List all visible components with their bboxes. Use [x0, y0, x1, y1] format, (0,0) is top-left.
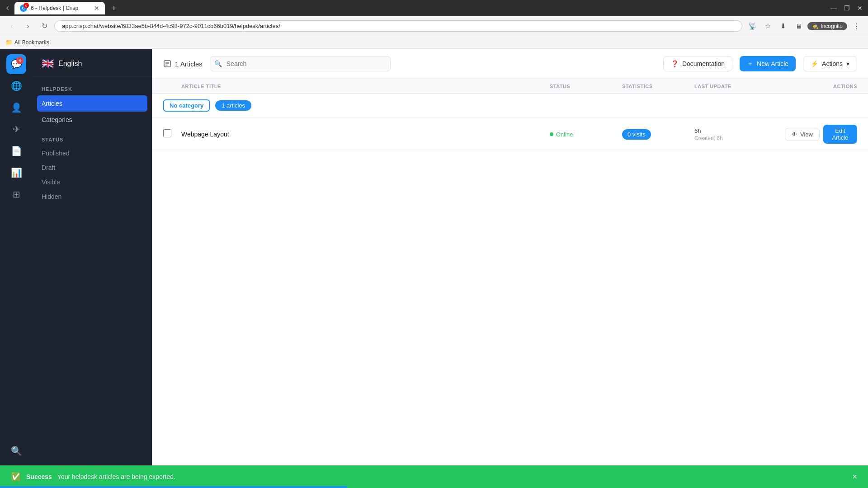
sidebar-section-status: STATUS — [33, 128, 152, 146]
last-update-time: 6h — [694, 127, 785, 134]
minimize-button[interactable]: — — [830, 5, 837, 12]
send-icon: ✈ — [13, 124, 20, 135]
rail-icon-file[interactable]: 📄 — [6, 141, 26, 161]
status-text: Online — [556, 131, 573, 138]
menu-icon[interactable]: ⋮ — [850, 20, 863, 33]
device-icon[interactable]: 🖥 — [792, 20, 805, 33]
rail-icon-chart[interactable]: 📊 — [6, 163, 26, 183]
lang-flag: 🇬🇧 — [42, 58, 54, 70]
download-icon[interactable]: ⬇ — [777, 20, 789, 33]
edit-label: Edit Article — [832, 127, 848, 141]
article-status: Online — [550, 131, 622, 138]
search-input[interactable] — [210, 56, 391, 71]
actions-icon: ⚡ — [811, 60, 818, 67]
articles-count-badge: 1 articles — [215, 100, 251, 111]
main-content: 1 Articles 🔍 ❓ Documentation ＋ New Artic… — [152, 49, 868, 488]
table-header: ARTICLE TITLE STATUS STATISTICS LAST UPD… — [152, 79, 868, 94]
sidebar-item-published[interactable]: Published — [33, 146, 152, 160]
tab-badge: 6 — [25, 4, 27, 8]
visits-badge: 0 visits — [622, 129, 651, 140]
chart-icon: 📊 — [11, 167, 22, 178]
toast-title: Success — [26, 473, 52, 480]
col-statistics: STATISTICS — [622, 84, 694, 89]
last-update-created: Created: 6h — [694, 135, 785, 141]
browser-titlebar: C 6 6 - Helpdesk | Crisp ✕ + — ❐ ✕ — [0, 0, 868, 16]
chat-badge: 6 — [16, 57, 24, 64]
category-row: No category 1 articles — [152, 94, 868, 117]
tab-title: 6 - Helpdesk | Crisp — [31, 5, 90, 11]
toast-message: Your helpdesk articles are being exporte… — [57, 473, 175, 480]
sidebar-item-draft[interactable]: Draft — [33, 160, 152, 175]
reload-button[interactable]: ↻ — [38, 20, 51, 33]
toolbar: 1 Articles 🔍 ❓ Documentation ＋ New Artic… — [152, 49, 868, 79]
eye-icon: 👁 — [792, 131, 797, 138]
article-count-text: 1 Articles — [175, 60, 203, 68]
no-category-badge[interactable]: No category — [163, 99, 210, 112]
toast-notification: ✅ Success Your helpdesk articles are bei… — [0, 465, 868, 488]
rail-icon-globe[interactable]: 🌐 — [6, 76, 26, 96]
actions-button[interactable]: ⚡ Actions ▾ — [803, 56, 857, 71]
lang-label: English — [58, 60, 82, 68]
language-selector[interactable]: 🇬🇧 English — [33, 49, 152, 77]
search-icon: 🔍 — [11, 446, 22, 456]
bookmark-icon[interactable]: ☆ — [761, 20, 774, 33]
incognito-indicator: 🕵 Incognito — [807, 22, 847, 30]
browser-tab[interactable]: C 6 6 - Helpdesk | Crisp ✕ — [14, 2, 105, 14]
col-article-title: ARTICLE TITLE — [181, 84, 550, 89]
rail-icon-grid[interactable]: ⊞ — [6, 184, 26, 204]
browser-navbar: ‹ › ↻ app.crisp.chat/website/6833ae5b-84… — [0, 16, 868, 36]
col-last-update: LAST UPDATE — [694, 84, 785, 89]
rail-icon-send[interactable]: ✈ — [6, 119, 26, 139]
sidebar-item-articles[interactable]: Articles — [37, 95, 147, 112]
forward-button[interactable]: › — [22, 20, 34, 33]
view-label: View — [800, 131, 813, 138]
sidebar-section-helpdesk: HELPDESK — [33, 77, 152, 95]
tab-favicon: C 6 — [20, 5, 27, 12]
back-button[interactable]: ‹ — [5, 20, 18, 33]
bookmarks-folder-icon: 📁 — [5, 39, 13, 46]
sidebar: 🇬🇧 English HELPDESK Articles Categories … — [33, 49, 152, 488]
url-text: app.crisp.chat/website/6833ae5b-844d-4c9… — [62, 23, 280, 29]
rail-icon-user[interactable]: 👤 — [6, 98, 26, 117]
sidebar-item-visible[interactable]: Visible — [33, 175, 152, 189]
address-bar[interactable]: app.crisp.chat/website/6833ae5b-844d-4c9… — [54, 20, 742, 32]
search-box: 🔍 — [210, 56, 391, 71]
rail-icon-chat[interactable]: 💬 6 — [6, 54, 26, 74]
article-checkbox[interactable] — [163, 129, 171, 137]
file-icon: 📄 — [11, 145, 22, 156]
rail-icon-search[interactable]: 🔍 — [6, 441, 26, 461]
sidebar-item-hidden[interactable]: Hidden — [33, 189, 152, 204]
article-count: 1 Articles — [163, 60, 203, 68]
edit-article-button[interactable]: Edit Article — [823, 125, 857, 144]
new-tab-button[interactable]: + — [108, 3, 119, 14]
restore-button[interactable]: ❐ — [844, 5, 850, 12]
new-article-button[interactable]: ＋ New Article — [740, 56, 796, 71]
back-icon[interactable] — [5, 5, 11, 11]
documentation-button[interactable]: ❓ Documentation — [663, 56, 732, 71]
tab-close-btn[interactable]: ✕ — [94, 5, 99, 12]
article-row: Webpage Layout Online 0 visits 6h Create… — [152, 117, 868, 151]
article-actions: 👁 View Edit Article — [785, 125, 857, 144]
search-icon: 🔍 — [214, 60, 222, 67]
status-dot — [550, 132, 553, 136]
plus-icon: ＋ — [747, 60, 753, 68]
actions-label: Actions — [822, 60, 843, 67]
toast-close-button[interactable]: × — [852, 472, 857, 482]
view-button[interactable]: 👁 View — [785, 128, 820, 141]
docs-icon: ❓ — [671, 60, 679, 67]
col-status: STATUS — [550, 84, 622, 89]
toast-success-icon: ✅ — [11, 472, 21, 482]
user-icon: 👤 — [11, 102, 22, 113]
bookmarks-bar: 📁 All Bookmarks — [0, 36, 868, 49]
new-article-label: New Article — [757, 60, 788, 67]
browser-extras: 📡 ☆ ⬇ 🖥 🕵 Incognito ⋮ — [746, 20, 863, 33]
close-button[interactable]: ✕ — [857, 5, 863, 12]
icon-rail: 💬 6 🌐 👤 ✈ 📄 📊 ⊞ 🔍 ⚙ — [0, 49, 33, 488]
article-title: Webpage Layout — [181, 131, 550, 138]
grid-icon: ⊞ — [13, 189, 20, 200]
sidebar-item-categories[interactable]: Categories — [33, 112, 152, 128]
cast-icon[interactable]: 📡 — [746, 20, 759, 33]
docs-label: Documentation — [682, 60, 725, 67]
globe-icon: 🌐 — [11, 80, 22, 91]
article-visits: 0 visits — [622, 129, 694, 140]
